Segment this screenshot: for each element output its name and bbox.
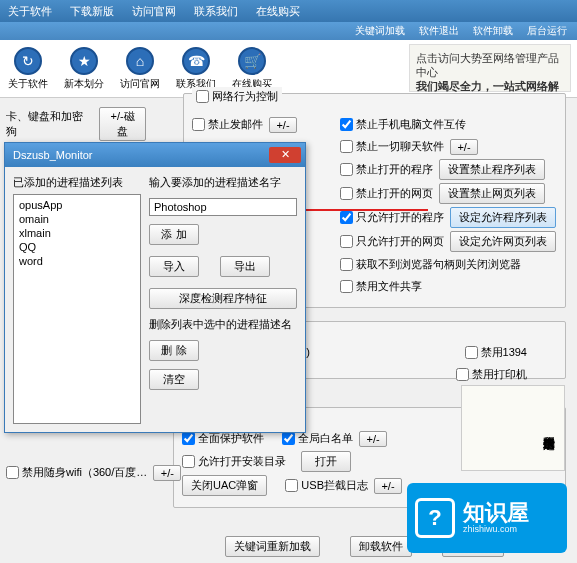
stop-mail-check[interactable] [192,118,205,131]
home-icon: ⌂ [126,47,154,75]
export-button[interactable]: 导出 [220,256,270,277]
prog-stop-check[interactable] [340,163,353,176]
logo-url: zhishiwu.com [463,524,529,534]
net-control-check[interactable] [196,90,209,103]
usblog-pm-button[interactable]: +/- [374,478,402,494]
dialog-title: Dszusb_Monitor [13,149,92,161]
process-dialog: Dszusb_Monitor ✕ 已添加的进程描述列表 opusApp omai… [4,142,306,433]
clear-button[interactable]: 清空 [149,369,199,390]
list-label: 已添加的进程描述列表 [13,175,141,190]
process-listbox[interactable]: opusApp omain xlmain QQ word [13,194,141,424]
p1394-check[interactable] [465,346,478,359]
close-uac-button[interactable]: 关闭UAC弹窗 [182,475,267,496]
toolbar-contact[interactable]: ☎联系我们 [176,47,216,91]
add-button[interactable]: 添 加 [149,224,199,245]
wifi-check[interactable] [6,466,19,479]
label-keyboard: 卡、键盘和加密狗 [6,109,93,139]
dialog-titlebar[interactable]: Dszusb_Monitor ✕ [5,143,305,167]
mobile-check[interactable] [340,118,353,131]
toolbar-about[interactable]: ↻关于软件 [8,47,48,91]
cart-icon: 🛒 [238,47,266,75]
prog-allow-check[interactable] [340,211,353,224]
input-label: 输入要添加的进程描述名字 [149,175,297,190]
chat-check[interactable] [340,140,353,153]
delete-label: 删除列表中选中的进程描述名 [149,317,297,332]
wifi-pm-button[interactable]: +/- [153,465,181,481]
list-item[interactable]: xlmain [17,226,137,240]
mail-pm-button[interactable]: +/- [269,117,297,133]
disk-button[interactable]: +/-磁盘 [99,107,146,141]
web-stop-check[interactable] [340,187,353,200]
submenu-item[interactable]: 后台运行 [527,24,567,38]
phone-icon: ☎ [182,47,210,75]
menu-item[interactable]: 关于软件 [8,4,52,19]
web-allow-check[interactable] [340,235,353,248]
usblog-check[interactable] [285,479,298,492]
menu-item[interactable]: 下载新版 [70,4,114,19]
whitelist-pm-button[interactable]: +/- [359,431,387,447]
banner: 点击访问大势至网络管理产品中心 我们竭尽全力，一站式网络解决方案！ [409,44,571,92]
menu-item[interactable]: 联系我们 [194,4,238,19]
web-stop-button[interactable]: 设置禁止网页列表 [439,183,545,204]
browser-check[interactable] [340,258,353,271]
whitelist-check[interactable] [282,432,295,445]
close-icon[interactable]: ✕ [269,147,301,163]
deep-detect-button[interactable]: 深度检测程序特征 [149,288,297,309]
menu-item[interactable]: 在线购买 [256,4,300,19]
uninstall-button[interactable]: 卸载软件 [350,536,412,557]
import-button[interactable]: 导入 [149,256,199,277]
toolbar-buy[interactable]: 🛒在线购买 [232,47,272,91]
refresh-icon: ↻ [14,47,42,75]
list-item[interactable]: opusApp [17,198,137,212]
submenu-item[interactable]: 关键词加载 [355,24,405,38]
printer-check[interactable] [456,368,469,381]
list-item[interactable]: word [17,254,137,268]
submenu-item[interactable]: 软件退出 [419,24,459,38]
star-icon: ★ [70,47,98,75]
menu-item[interactable]: 访问官网 [132,4,176,19]
list-item[interactable]: QQ [17,240,137,254]
process-name-input[interactable] [149,198,297,216]
sub-menubar: 关键词加载 软件退出 软件卸载 后台运行 [0,22,577,40]
web-allow-button[interactable]: 设定允许网页列表 [450,231,556,252]
list-item[interactable]: omain [17,212,137,226]
toolbar-version[interactable]: ★新本划分 [64,47,104,91]
chat-pm-button[interactable]: +/- [450,139,478,155]
open-button[interactable]: 打开 [301,451,351,472]
allow-install-check[interactable] [182,455,195,468]
submenu-item[interactable]: 软件卸载 [473,24,513,38]
protect-check[interactable] [182,432,195,445]
fileshare-check[interactable] [340,280,353,293]
top-menubar: 关于软件 下载新版 访问官网 联系我们 在线购买 [0,0,577,22]
toolbar-website[interactable]: ⌂访问官网 [120,47,160,91]
reload-keywords-button[interactable]: 关键词重新加载 [225,536,320,557]
delete-button[interactable]: 删 除 [149,340,199,361]
logo-name: 知识屋 [463,502,529,524]
help-sidebox[interactable]: 点击这里请求远程帮助 [461,385,565,471]
brand-logo: ? 知识屋 zhishiwu.com [407,483,567,553]
logo-icon: ? [415,498,455,538]
prog-allow-button[interactable]: 设定允许程序列表 [450,207,556,228]
prog-stop-button[interactable]: 设置禁止程序列表 [439,159,545,180]
